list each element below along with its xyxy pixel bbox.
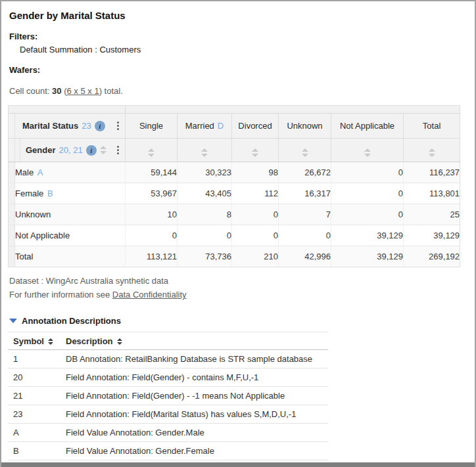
report-page: Gender by Marital Status Filters: Defaul…	[0, 0, 476, 467]
data-confidentiality-link[interactable]: Data Confidentiality	[112, 290, 187, 300]
annotations-table: Symbol Description 1 DB Annotation: Reta…	[8, 332, 328, 467]
annotation-ref: A	[37, 167, 43, 177]
cell-value: 30,323	[178, 162, 232, 183]
annotation-symbol: 1	[8, 350, 60, 368]
cell-value: 39,129	[404, 225, 460, 246]
cell-value: 269,192	[404, 246, 460, 267]
sort-cell-not-applicable	[331, 139, 404, 162]
column-dimension-cell: Marital Status 23 i	[15, 120, 125, 131]
annotation-symbol: 20	[8, 368, 60, 387]
row-gutter	[9, 139, 15, 162]
cell-count-link[interactable]: 6 x 5 x 1	[66, 86, 99, 96]
sort-cell-unknown	[279, 139, 331, 162]
table-row-total: Total 113,121 73,736 210 42,996 39,129 2…	[9, 246, 460, 267]
sort-icon[interactable]	[429, 148, 435, 157]
table-row-not-applicable: Not Applicable 0 0 0 0 39,129 39,129	[9, 225, 460, 246]
kebab-menu-icon[interactable]	[115, 120, 121, 131]
sort-icon[interactable]	[100, 146, 107, 154]
row-dimension-label: Gender	[26, 145, 56, 155]
annotation-row: 23 Field Annotation: Field(Marital Statu…	[8, 405, 328, 424]
row-label: Not Applicable	[15, 231, 70, 240]
row-label: Total	[15, 252, 33, 261]
annotation-symbol: 23	[8, 405, 60, 424]
cell-value: 59,144	[126, 162, 178, 183]
dataset-line: Dataset : WingArc Australia synthetic da…	[9, 276, 168, 286]
cell-value: 16,317	[279, 183, 331, 204]
annotations-header-row: Symbol Description	[8, 332, 328, 350]
sort-cell-married	[178, 139, 232, 162]
cell-value: 0	[331, 204, 404, 225]
annotation-ref: D	[218, 121, 224, 131]
annotation-description: Field Annotation: Field(Gender) - -1 mea…	[60, 387, 328, 405]
crosstab-table: Marital Status 23 i Single MarriedD Divo…	[8, 105, 460, 267]
annotation-description: DB Annotation: RetailBanking Database is…	[60, 350, 328, 368]
cell-value: 26,672	[279, 162, 331, 183]
annotation-row: B Field Value Annotation: Gender.Female	[8, 442, 328, 460]
row-label: Unknown	[15, 210, 51, 219]
table-row-unknown: Unknown 10 8 0 7 0 25	[9, 204, 460, 225]
sort-icon[interactable]	[48, 338, 53, 345]
cell-value: 7	[279, 204, 331, 225]
sort-icon[interactable]	[302, 148, 308, 157]
description-column-header[interactable]: Description	[60, 332, 328, 350]
cell-value: 0	[331, 183, 404, 204]
column-header-not-applicable: Not Applicable	[331, 114, 404, 139]
cell-value: 0	[232, 225, 279, 246]
column-header-single: Single	[126, 114, 178, 139]
table-row-female: Female B 53,967 43,405 112 16,317 0 113,…	[9, 183, 460, 204]
cell-value: 39,129	[331, 225, 404, 246]
row-label: Female	[15, 189, 43, 198]
cell-value: 42,996	[279, 246, 331, 267]
info-icon[interactable]: i	[95, 121, 105, 131]
row-dimension-row: Gender 20, 21 i	[9, 139, 460, 162]
info-icon[interactable]: i	[86, 145, 97, 156]
column-header-unknown: Unknown	[279, 114, 331, 139]
cell-count-value: 30	[52, 86, 61, 96]
cell-value: 0	[178, 225, 232, 246]
column-dimension-row: Marital Status 23 i Single MarriedD Divo…	[9, 114, 460, 139]
sort-icon[interactable]	[201, 148, 208, 157]
annotation-descriptions-toggle[interactable]: Annotation Descriptions	[9, 316, 475, 326]
row-gutter	[9, 114, 15, 139]
annotation-descriptions-title: Annotation Descriptions	[22, 316, 121, 326]
cell-value: 98	[232, 162, 279, 183]
sort-icon[interactable]	[252, 148, 258, 157]
cell-value: 0	[126, 225, 178, 246]
cell-value: 0	[232, 204, 279, 225]
annotation-row: 21 Field Annotation: Field(Gender) - -1 …	[8, 387, 328, 405]
sort-icon[interactable]	[364, 148, 371, 157]
filters-label: Filters:	[9, 32, 475, 41]
annotation-ref: 20, 21	[59, 145, 83, 155]
cell-value: 113,121	[126, 246, 178, 267]
column-header-divorced: Divorced	[232, 114, 279, 139]
sort-cell-divorced	[232, 139, 279, 162]
column-header-married: MarriedD	[178, 114, 232, 139]
annotation-symbol: 21	[8, 387, 60, 405]
table-row-male: Male A 59,144 30,323 98 26,672 0 116,237	[9, 162, 460, 183]
sort-icon[interactable]	[148, 148, 155, 157]
cell-value: 116,237	[404, 162, 460, 183]
row-label: Male	[15, 167, 34, 177]
dataset-info: Dataset : WingArc Australia synthetic da…	[9, 274, 475, 301]
kebab-menu-icon[interactable]	[115, 145, 121, 156]
symbol-column-header[interactable]: Symbol	[8, 332, 60, 350]
cell-value: 73,736	[178, 246, 232, 267]
sort-icon[interactable]	[117, 338, 122, 345]
cell-value: 112	[232, 183, 279, 204]
annotation-description: Field Annotation: Field(Gender) - contai…	[60, 368, 328, 387]
annotation-ref: 23	[82, 121, 91, 131]
cell-value: 0	[279, 225, 331, 246]
cell-count-suffix: total.	[105, 86, 123, 96]
annotation-description: Field Annotation: Field(Marital Status) …	[60, 405, 328, 424]
cell-value: 39,129	[331, 246, 404, 267]
wafers-label: Wafers:	[9, 65, 475, 75]
cell-count-prefix: Cell count:	[9, 86, 49, 96]
cell-value: 43,405	[178, 183, 232, 204]
annotation-row: 1 DB Annotation: RetailBanking Database …	[8, 350, 328, 368]
cell-value: 25	[404, 204, 460, 225]
annotation-row: 20 Field Annotation: Field(Gender) - con…	[8, 368, 328, 387]
sort-cell-single	[126, 139, 178, 162]
cell-value: 8	[178, 204, 232, 225]
column-header-total: Total	[404, 114, 460, 139]
cell-value: 10	[126, 204, 178, 225]
